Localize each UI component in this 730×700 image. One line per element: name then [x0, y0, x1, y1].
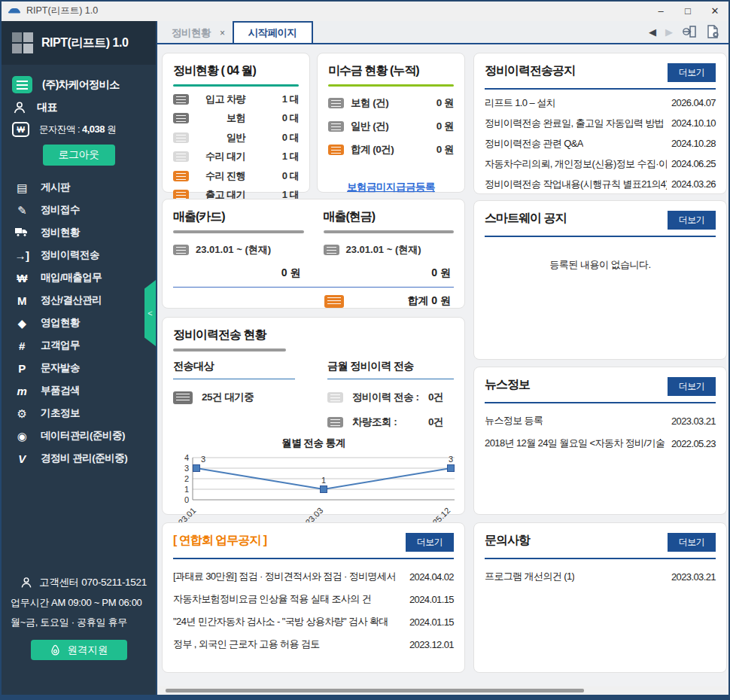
svg-text:4: 4 [184, 453, 189, 462]
sidebar-item-sms[interactable]: P문자발송 [2, 357, 156, 379]
scrollbar-thumb[interactable] [166, 689, 584, 692]
row-badge-icon [324, 245, 339, 255]
v-icon: V [14, 453, 29, 464]
tab-strip: 정비현황 × 시작페이지 ◀ ▶ [157, 21, 728, 44]
remote-support-icon [50, 644, 61, 656]
nav-back-icon[interactable]: ◀ [649, 26, 656, 38]
list-item[interactable]: 리프트 1.0 – 설치2026.04.07 [485, 93, 716, 113]
user-icon [12, 100, 27, 115]
news-card: 뉴스정보 더보기 뉴스정보 등록2023.03.21 2018년 12월 24일… [473, 367, 727, 515]
sidebar-item-business-status[interactable]: ◆영업현황 [2, 312, 156, 334]
inquiry-more-button[interactable]: 더보기 [668, 533, 716, 552]
tab-repair-status[interactable]: 정비현황 × [161, 23, 233, 43]
list-item[interactable]: 정비이력전송 완료일, 출고일 자동입력 방법2024.10.10 [485, 113, 716, 133]
sales-cash-title: 매출(현금) [324, 209, 455, 225]
list-item[interactable]: 자동차보험정비요금 인상율 적용 실태 조사의 건2024.01.15 [173, 588, 454, 610]
sidebar-item-data-mgmt[interactable]: ◉데이터관리(준비중) [2, 425, 156, 447]
list-item[interactable]: 정비이력전송 작업내용(시행규칙 별표21의4)2024.03.26 [485, 174, 716, 194]
row-badge-icon [173, 151, 189, 162]
repair-status-card: 정비현황 ( 04 월) 입고 차량1 대 보험0 대 일반0 대 수리 대기1… [162, 53, 310, 193]
smartway-empty-message: 등록된 내용이 없습니다. [485, 258, 716, 272]
user-role: 대표 [37, 101, 57, 114]
history-notice-more-button[interactable]: 더보기 [668, 63, 716, 82]
app-logo-icon [12, 32, 33, 53]
svg-text:0: 0 [184, 495, 189, 504]
sidebar-item-light-repair[interactable]: V경정비 관리(준비중) [2, 447, 156, 470]
card-sales-amount: 0 원 [173, 266, 304, 280]
sales-total: 합계 0 원 [407, 294, 454, 308]
row-badge-icon [173, 94, 189, 105]
horizontal-scrollbar[interactable] [157, 686, 728, 695]
list-item[interactable]: 정부 , 외국인 근로자 고용 허용 검토2023.12.01 [173, 633, 454, 656]
list-item[interactable]: [과태료 30만원] 점검 · 정비견적서와 점검 · 정비명세서2024.04… [173, 565, 454, 588]
association-more-button[interactable]: 더보기 [406, 533, 454, 552]
support-hours: 업무시간 AM 09:00 ~ PM 06:00 [9, 596, 148, 610]
sidebar-item-base-info[interactable]: ⚙기초정보 [2, 402, 156, 425]
export-icon: →] [14, 250, 29, 261]
receivables-card: 미수금 현황 (누적) 보험 (건)0 원 일반 (건)0 원 합계 (0건)0… [317, 53, 465, 193]
sidebar-item-repair-intake[interactable]: ✎정비접수 [2, 199, 156, 221]
hamburger-menu-icon[interactable] [12, 76, 32, 93]
sidebar-item-customer[interactable]: #고객업무 [2, 334, 156, 357]
m-icon: m [14, 385, 29, 397]
remote-support-button[interactable]: 원격지원 [31, 640, 127, 660]
row-badge-icon [173, 113, 189, 123]
transfer-status-card: 정비이력전송 현황 전송대상 25건 대기중 금월 정비이력 전송 정비이력 전… [162, 317, 465, 515]
association-notice-title: [ 연합회 업무공지 ] [173, 533, 266, 549]
sms-balance: 문자잔액 : 4,038 원 [39, 123, 116, 136]
chevron-left-icon: < [148, 309, 152, 318]
close-document-icon[interactable] [706, 25, 719, 38]
sidebar-item-parts-search[interactable]: m부품검색 [2, 379, 156, 402]
money-icon: ₩ [14, 272, 29, 284]
transfer-month-subtitle: 금월 정비이력 전송 [327, 360, 454, 379]
exit-program-icon[interactable] [682, 25, 697, 38]
ledger-icon: M [14, 295, 29, 306]
svg-text:3: 3 [449, 455, 453, 464]
sidebar: RIPT(리프트) 1.0 (주)차케어정비소 대표 ₩ 문자잔액 : 4,03… [2, 21, 156, 695]
list-item[interactable]: 정비이력전송 관련 Q&A2024.10.28 [485, 133, 716, 154]
maximize-button[interactable]: □ [674, 1, 701, 20]
news-title: 뉴스정보 [485, 377, 530, 393]
close-button[interactable]: ✕ [701, 1, 728, 20]
news-more-button[interactable]: 더보기 [668, 377, 716, 396]
sidebar-item-board[interactable]: ▤게시판 [2, 176, 156, 199]
nav-forward-icon[interactable]: ▶ [665, 26, 673, 38]
edit-icon: ✎ [14, 205, 29, 216]
sidebar-item-purchase-sales[interactable]: ₩매입/매출업무 [2, 266, 156, 289]
transfer-status-title: 정비이력전송 현황 [173, 327, 454, 343]
list-item[interactable]: 프로그램 개선의건 (1)2023.03.21 [485, 565, 716, 588]
sidebar-collapse-handle[interactable]: < [144, 280, 156, 346]
p-icon: P [14, 363, 29, 374]
smartway-title: 스마트웨이 공지 [485, 211, 566, 227]
row-badge-icon [328, 98, 344, 108]
list-item[interactable]: 2018년 12월 24일 월요일 <자동차 정비/기술2022.05.23 [485, 432, 716, 455]
smartway-more-button[interactable]: 더보기 [668, 211, 716, 230]
chart-title: 월별 전송 통계 [173, 437, 454, 450]
row-badge-icon [328, 121, 344, 132]
sidebar-divider [156, 21, 157, 695]
svg-text:2: 2 [184, 474, 189, 483]
list-item[interactable]: 뉴스정보 등록2023.03.21 [485, 409, 716, 432]
total-badge-icon [324, 295, 344, 308]
app-car-icon [8, 6, 21, 15]
row-badge-icon [173, 245, 189, 255]
tab-close-icon[interactable]: × [220, 28, 225, 38]
list-item[interactable]: "24년 민간자동차 검사소 - "국방 상용차량" 검사 확대2024.01.… [173, 610, 454, 633]
sidebar-item-settlement[interactable]: M정산/결산관리 [2, 289, 156, 312]
sales-divider [173, 287, 454, 288]
minimize-button[interactable]: – [647, 1, 674, 20]
sales-card-title: 매출(카드) [173, 209, 304, 225]
association-notice-card: [ 연합회 업무공지 ] 더보기 [과태료 30만원] 점검 · 정비견적서와 … [162, 522, 465, 673]
sidebar-item-history-transfer[interactable]: →]정비이력전송 [2, 244, 156, 266]
sidebar-item-repair-status[interactable]: 정비현황 [2, 221, 156, 244]
tab-start-page[interactable]: 시작페이지 [233, 21, 313, 43]
history-notice-title: 정비이력전송공지 [485, 63, 575, 79]
svg-text:1: 1 [321, 476, 326, 485]
repair-status-rule [173, 84, 299, 87]
list-item[interactable]: 자동차수리의뢰, 개인정보(신용)정보 수집·이용2024.06.25 [485, 154, 716, 174]
circle-icon: ◉ [14, 431, 29, 442]
logout-button[interactable]: 로그아웃 [43, 145, 115, 166]
hashtag-icon: # [14, 340, 29, 352]
insurance-unpaid-link[interactable]: 보험금미지급금등록 [328, 181, 454, 194]
titlebar: RIPT(리프트) 1.0 – □ ✕ [0, 0, 730, 21]
